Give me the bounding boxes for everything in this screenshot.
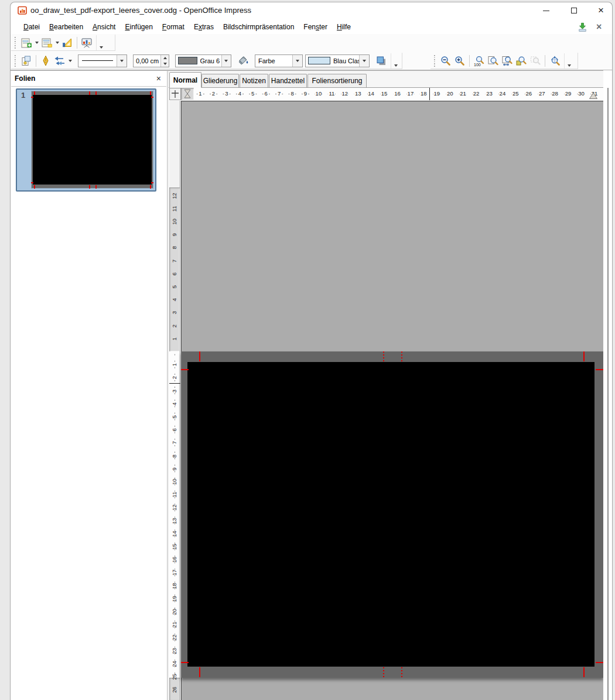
- ruler-cross-icon: [170, 88, 180, 100]
- menu-format[interactable]: Format: [158, 21, 189, 33]
- chevron-down-icon: [394, 64, 398, 67]
- zoom-100-button[interactable]: 100: [472, 54, 486, 68]
- menu-bildschirmpr-sentation[interactable]: Bildschirmpräsentation: [218, 21, 299, 33]
- close-document-icon[interactable]: ×: [596, 23, 602, 31]
- toolbar-grip[interactable]: [433, 55, 436, 67]
- vertical-ruler-blank[interactable]: [169, 101, 180, 187]
- zoom-in-button[interactable]: [453, 54, 467, 68]
- shadow-button[interactable]: [374, 54, 388, 68]
- slide-black-rectangle[interactable]: [187, 362, 594, 667]
- line-style-dropdown[interactable]: [117, 55, 127, 67]
- menu-extras[interactable]: Extras: [189, 21, 218, 33]
- maximize-button[interactable]: [565, 2, 583, 19]
- area-button[interactable]: [236, 54, 250, 68]
- horizontal-ruler[interactable]: 1234567891011121314151617181920212223242…: [194, 88, 603, 100]
- toolbar-grip[interactable]: [13, 37, 16, 49]
- tab-handzettel[interactable]: Handzettel: [269, 74, 307, 87]
- chevron-down-icon: [224, 60, 228, 62]
- vertical-scrollbar[interactable]: [607, 88, 609, 700]
- menu-hilfe[interactable]: Hilfe: [332, 21, 356, 33]
- menu-bearbeiten[interactable]: Bearbeiten: [45, 21, 88, 33]
- horizontal-ruler-margin[interactable]: [181, 88, 194, 100]
- svg-text:100: 100: [474, 63, 481, 67]
- ruler-number: 7: [171, 438, 177, 448]
- line-style-select[interactable]: [78, 54, 127, 67]
- panel-splitter[interactable]: [167, 70, 169, 700]
- ruler-number: 26: [525, 90, 532, 97]
- line-width-spinner[interactable]: 0,00 cm: [133, 54, 169, 67]
- fill-type-dropdown[interactable]: [292, 55, 302, 67]
- right-indent-marker-icon[interactable]: [589, 92, 598, 100]
- minimize-button[interactable]: [537, 2, 555, 19]
- zoom-out-button[interactable]: [439, 54, 453, 68]
- ruler-number: 15: [381, 90, 388, 97]
- line-color-select[interactable]: Grau 6: [175, 54, 231, 67]
- spinner-up-button[interactable]: [161, 55, 169, 61]
- styles-button[interactable]: [19, 54, 33, 68]
- menu-fenster[interactable]: Fenster: [299, 21, 332, 33]
- slide-show-button[interactable]: [80, 36, 94, 50]
- tab-normal[interactable]: Normal: [169, 72, 201, 88]
- ruler-number: 17: [171, 568, 177, 578]
- toolbar-overflow-button[interactable]: [391, 53, 400, 69]
- zoom-selection-button[interactable]: [528, 54, 542, 68]
- ruler-number: 4: [171, 399, 177, 409]
- slide-layout-dropdown[interactable]: [54, 36, 60, 50]
- toolbar-overflow-button[interactable]: [564, 53, 573, 69]
- tab-foliensortierung[interactable]: Foliensortierung: [308, 74, 367, 87]
- menu-bar: DateiBearbeitenAnsichtEinfügenFormatExtr…: [11, 19, 612, 34]
- line-width-value[interactable]: 0,00 cm: [134, 55, 160, 67]
- chevron-down-icon: [100, 46, 103, 49]
- ruler-number: 15: [171, 542, 177, 552]
- tab-gliederung[interactable]: Gliederung: [201, 74, 239, 87]
- vertical-ruler-numbers-above: 121110987654321: [169, 176, 180, 351]
- impress-app-icon: [18, 6, 27, 15]
- panel-close-icon[interactable]: ×: [156, 74, 161, 83]
- ruler-number: 3: [171, 386, 177, 396]
- ruler-number: 10: [171, 217, 177, 227]
- update-available-icon[interactable]: [577, 22, 588, 33]
- arrow-style-button[interactable]: [53, 54, 67, 68]
- indent-marker-icon[interactable]: [183, 88, 192, 99]
- crop-mark: [150, 185, 151, 189]
- crop-mark: [150, 91, 151, 95]
- crop-mark: [31, 97, 33, 98]
- ruler-origin-button[interactable]: [169, 88, 181, 100]
- ruler-number: 3: [171, 308, 177, 317]
- fill-color-select[interactable]: Blau Classic: [305, 54, 370, 67]
- line-color-dropdown[interactable]: [221, 55, 231, 67]
- ruler-number: 19: [433, 90, 440, 97]
- close-button[interactable]: ×: [592, 2, 610, 19]
- menu-datei[interactable]: Datei: [19, 21, 45, 33]
- toolbar-grip[interactable]: [13, 55, 16, 67]
- fill-type-label: Farbe: [255, 57, 285, 64]
- ruler-number: 11: [171, 204, 177, 214]
- toolbar-overflow-button[interactable]: [96, 35, 105, 50]
- chevron-down-icon: [35, 42, 39, 44]
- menu-einf-gen[interactable]: Einfügen: [120, 21, 157, 33]
- zoom-page-width-button[interactable]: [500, 54, 514, 68]
- ruler-number: 10: [315, 90, 323, 97]
- line-filling-toolbar-row: 0,00 cm Grau 6 Farbe Blau Classic: [11, 52, 612, 70]
- window-title: oo_draw_test_pdf-export_leeres_cover.odg…: [30, 6, 251, 15]
- ruler-number: 25: [512, 90, 520, 97]
- menu-ansicht[interactable]: Ansicht: [88, 21, 120, 33]
- crop-mark: [89, 185, 90, 189]
- spinner-down-button[interactable]: [161, 61, 169, 67]
- slide-design-button[interactable]: [60, 36, 74, 50]
- arrow-style-dropdown[interactable]: [67, 54, 73, 68]
- ruler-number: 23: [486, 90, 493, 97]
- fill-type-select[interactable]: Farbe: [255, 54, 303, 67]
- tab-notizen[interactable]: Notizen: [240, 74, 268, 87]
- line-button[interactable]: [39, 54, 53, 68]
- ruler-number: 10: [171, 477, 177, 487]
- pan-button[interactable]: [548, 54, 562, 68]
- fill-color-dropdown[interactable]: [359, 55, 369, 67]
- zoom-page-button[interactable]: [486, 54, 500, 68]
- new-slide-button[interactable]: [19, 36, 33, 50]
- zoom-optimal-button[interactable]: [514, 54, 528, 68]
- ruler-number: 1: [171, 334, 177, 344]
- slide-layout-button[interactable]: [40, 36, 54, 50]
- new-slide-dropdown[interactable]: [33, 36, 40, 50]
- ruler-cursor-mark: [169, 383, 180, 384]
